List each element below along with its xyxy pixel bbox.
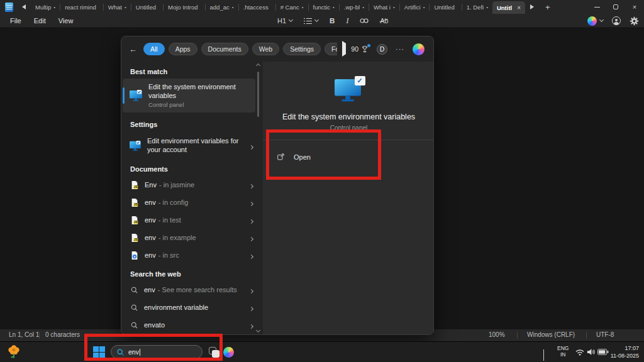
document-result-item[interactable]: JS env - in config — [121, 194, 263, 211]
tab[interactable]: .wp-bl• — [340, 0, 369, 14]
zoom-level[interactable]: 100% — [489, 331, 505, 338]
heading-label: H1 — [277, 17, 286, 25]
account-icon[interactable] — [612, 16, 621, 25]
chevron-right-icon[interactable] — [250, 302, 253, 313]
clear-format-button[interactable]: Ab — [380, 17, 388, 25]
best-match-item[interactable]: Edit the system environment variables Co… — [123, 79, 255, 112]
more-chips-icon[interactable] — [342, 43, 346, 55]
text-caret — [140, 349, 140, 356]
start-button[interactable] — [93, 346, 105, 358]
copilot-icon — [587, 16, 597, 26]
taskbar-search-box[interactable]: env — [111, 345, 203, 359]
tab-active[interactable]: Untitl× — [492, 1, 525, 14]
tab[interactable]: # Canc• — [276, 0, 308, 14]
link-button[interactable] — [360, 18, 369, 24]
tab[interactable]: react rimind — [60, 0, 103, 14]
scroll-down-icon[interactable] — [256, 328, 260, 332]
list-dropdown[interactable] — [304, 18, 318, 24]
search-glass-icon — [130, 321, 138, 329]
tab[interactable]: functic• — [309, 0, 339, 14]
tab-label: Untitled — [136, 4, 156, 11]
chip-apps[interactable]: Apps — [169, 43, 197, 55]
hidden-icons-chevron[interactable] — [543, 350, 544, 361]
close-button[interactable]: × — [625, 0, 644, 14]
menu-view[interactable]: View — [52, 17, 80, 25]
heading-dropdown[interactable]: H1 — [277, 17, 292, 25]
svg-text:JS: JS — [134, 238, 138, 241]
web-result-item[interactable]: environment variable — [121, 299, 263, 316]
close-tab-icon[interactable]: × — [517, 4, 521, 11]
chip-web[interactable]: Web — [252, 43, 279, 55]
chevron-right-icon[interactable] — [250, 319, 253, 331]
tab[interactable]: Mojo Introd — [164, 0, 205, 14]
chevron-right-icon[interactable] — [250, 140, 253, 151]
tab-scroll-right-icon[interactable] — [528, 3, 536, 11]
tab-scroll-left-icon[interactable] — [19, 3, 28, 11]
scroll-up-icon[interactable] — [256, 63, 260, 68]
search-glass-icon — [130, 304, 138, 312]
volume-icon[interactable] — [586, 348, 596, 356]
menu-edit[interactable]: Edit — [28, 17, 52, 25]
js-file-icon: JS — [130, 180, 139, 190]
chevron-right-icon[interactable] — [250, 179, 253, 190]
chevron-right-icon[interactable] — [250, 232, 253, 243]
italic-button[interactable]: I — [346, 16, 348, 26]
web-result-item[interactable]: envato — [121, 316, 263, 334]
taskbar-search-value: env — [128, 348, 139, 356]
maximize-button[interactable] — [606, 0, 625, 14]
tab-label: add_ac — [210, 4, 230, 11]
document-result-item[interactable]: JS Env - in jasmine — [121, 176, 263, 194]
chevron-right-icon[interactable] — [250, 214, 253, 226]
menu-file[interactable]: File — [4, 17, 28, 25]
scrollbar-thumb[interactable] — [257, 72, 259, 117]
document-result-item[interactable]: JS env - in test — [121, 211, 263, 229]
wifi-icon[interactable] — [575, 348, 585, 356]
tab[interactable]: .htaccess — [239, 0, 275, 14]
settings-gear-icon[interactable] — [630, 16, 639, 26]
tab[interactable]: Untitled — [131, 0, 163, 14]
chevron-right-icon[interactable] — [250, 250, 253, 261]
tab[interactable]: Untitled — [430, 0, 461, 14]
line-ending[interactable]: Windows (CRLF) — [527, 331, 575, 338]
tab[interactable]: Artifici• — [400, 0, 430, 14]
tab-strip: Multip• react rimind What• Untitled Mojo… — [31, 0, 525, 14]
chip-documents[interactable]: Documents — [201, 43, 248, 55]
open-label: Open — [294, 153, 311, 161]
result-name: env — [144, 286, 155, 293]
tray-date: 11-08-2025 — [611, 352, 639, 359]
rewards-button[interactable]: 90 — [351, 45, 369, 53]
chevron-right-icon[interactable] — [250, 284, 253, 295]
battery-icon[interactable] — [597, 349, 609, 355]
minimize-button[interactable] — [587, 0, 606, 14]
settings-result-item[interactable]: Edit environment variables for your acco… — [121, 131, 263, 160]
monitor-icon — [129, 90, 143, 102]
unsaved-dot-icon: • — [362, 4, 364, 10]
encoding[interactable]: UTF-8 — [596, 331, 614, 338]
tab[interactable]: What• — [104, 0, 131, 14]
clock[interactable]: 17:07 11-08-2025 — [611, 344, 639, 359]
copilot-icon[interactable] — [413, 43, 425, 55]
bold-button[interactable]: B — [330, 17, 335, 25]
tab-label: Multip — [35, 4, 51, 11]
chip-settings[interactable]: Settings — [283, 43, 321, 55]
language-indicator[interactable]: ENG IN — [557, 346, 569, 358]
tab[interactable]: Multip• — [31, 0, 60, 14]
document-result-item[interactable]: e env - in src — [121, 246, 263, 264]
result-context: - in src — [158, 251, 179, 259]
open-action[interactable]: Open — [277, 153, 434, 161]
chip-all[interactable]: All — [143, 43, 165, 55]
copilot-menu-button[interactable] — [587, 16, 603, 26]
chip-folders[interactable]: Folders — [325, 43, 337, 55]
new-tab-button[interactable]: + — [545, 3, 550, 12]
chevron-right-icon[interactable] — [250, 197, 253, 208]
results-scrollbar[interactable] — [255, 63, 262, 333]
copilot-icon[interactable] — [223, 347, 234, 358]
profile-avatar[interactable]: D — [377, 44, 387, 55]
more-options-icon[interactable]: ··· — [396, 45, 404, 53]
tab[interactable]: 1. Defi• — [462, 0, 492, 14]
web-result-item[interactable]: env - See more search results — [121, 281, 263, 299]
tab[interactable]: add_ac• — [206, 0, 238, 14]
back-arrow-icon[interactable]: ← — [129, 45, 137, 54]
tab[interactable]: What i• — [369, 0, 399, 14]
document-result-item[interactable]: JS env - in example — [121, 229, 263, 246]
